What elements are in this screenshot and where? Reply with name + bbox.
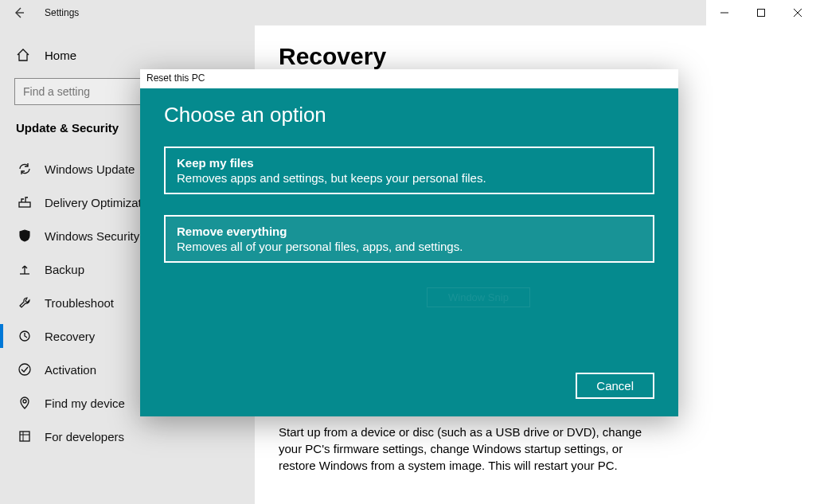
close-button[interactable]: [779, 0, 816, 25]
arrow-left-icon: [13, 6, 25, 19]
delivery-icon: [16, 195, 33, 209]
titlebar: Settings: [0, 0, 816, 25]
home-icon: [16, 48, 33, 62]
wrench-icon: [16, 295, 33, 310]
maximize-icon: [757, 9, 765, 17]
sidebar-item-label: Windows Security: [45, 229, 139, 243]
option-desc: Removes all of your personal files, apps…: [177, 240, 642, 253]
option-title: Remove everything: [177, 225, 642, 238]
svg-rect-4: [19, 202, 30, 207]
sidebar-home[interactable]: Home: [0, 41, 255, 68]
app-title: Settings: [45, 7, 79, 18]
settings-window: Settings Home: [0, 0, 816, 504]
backup-icon: [16, 262, 33, 276]
svg-point-6: [19, 364, 30, 375]
sync-icon: [16, 162, 33, 176]
sidebar-home-label: Home: [45, 49, 76, 62]
dialog-footer: Cancel: [576, 373, 654, 399]
minimize-button[interactable]: [706, 0, 743, 25]
cancel-button[interactable]: Cancel: [576, 373, 654, 399]
sidebar-item-label: Backup: [45, 263, 84, 276]
sidebar-item-label: Find my device: [45, 397, 125, 410]
dialog-heading: Choose an option: [164, 103, 654, 127]
close-icon: [794, 9, 802, 17]
reset-pc-dialog: Reset this PC Choose an option Keep my f…: [140, 69, 678, 416]
svg-rect-8: [20, 432, 29, 441]
shield-icon: [16, 229, 33, 243]
checkmark-icon: [16, 362, 33, 377]
back-button[interactable]: [0, 0, 38, 25]
option-remove-everything[interactable]: Remove everything Removes all of your pe…: [164, 215, 654, 263]
svg-point-7: [23, 400, 26, 403]
minimize-icon: [720, 9, 728, 17]
dialog-body: Choose an option Keep my files Removes a…: [140, 88, 678, 416]
option-desc: Removes apps and settings, but keeps you…: [177, 171, 642, 185]
option-keep-my-files[interactable]: Keep my files Removes apps and settings,…: [164, 147, 654, 194]
page-title: Recovery: [279, 43, 792, 70]
window-controls: [706, 0, 816, 25]
sidebar-item-label: For developers: [45, 430, 124, 443]
recovery-icon: [16, 329, 33, 343]
svg-rect-1: [758, 10, 765, 17]
sidebar-item-label: Troubleshoot: [45, 296, 114, 310]
window-snip-ghost: Window Snip: [427, 287, 530, 307]
devmode-icon: [16, 429, 33, 443]
advanced-startup-body: Start up from a device or disc (such as …: [279, 424, 653, 474]
sidebar-item-label: Recovery: [45, 330, 95, 343]
maximize-button[interactable]: [743, 0, 779, 25]
option-title: Keep my files: [177, 156, 642, 170]
sidebar-item-for-developers[interactable]: For developers: [0, 420, 255, 453]
sidebar-item-label: Windows Update: [45, 162, 135, 176]
dialog-title: Reset this PC: [140, 69, 678, 88]
sidebar-item-label: Activation: [45, 363, 96, 377]
location-icon: [16, 396, 33, 410]
